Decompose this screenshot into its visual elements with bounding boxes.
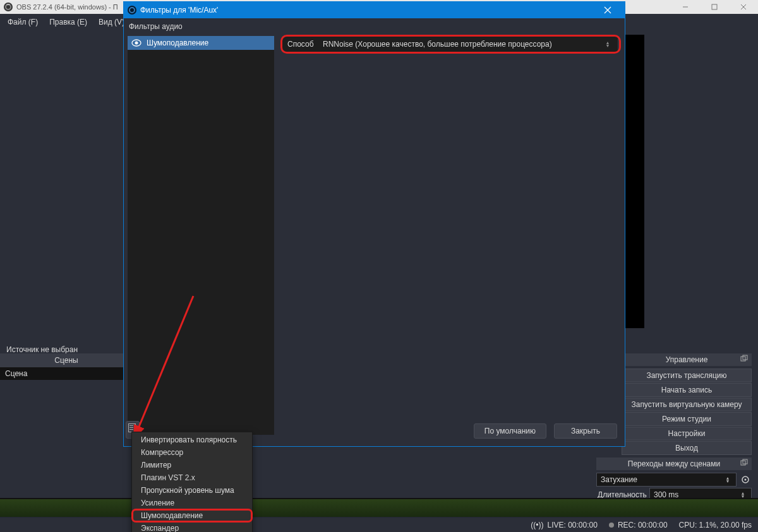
dialog-title: Фильтры для 'Mic/Aux' [140, 6, 594, 15]
start-record-button[interactable]: Начать запись [622, 383, 752, 397]
context-menu-item[interactable]: Шумоподавление [132, 509, 252, 522]
menu-edit[interactable]: Правка (E) [44, 16, 92, 28]
transition-select[interactable]: Затухание ▲▼ [596, 473, 737, 487]
defaults-button[interactable]: По умолчанию [474, 423, 546, 439]
method-dropdown[interactable]: Способ RNNoise (Хорошее качество, больше… [282, 36, 618, 52]
context-menu-item[interactable]: Пропускной уровень шума [132, 484, 252, 497]
start-stream-button[interactable]: Запустить трансляцию [622, 369, 752, 382]
context-menu-item[interactable]: Экспандер [132, 522, 252, 532]
obs-logo-icon [128, 6, 136, 15]
filters-dialog: Фильтры для 'Mic/Aux' Фильтры аудио Шумо… [123, 1, 625, 447]
minimize-button[interactable] [671, 0, 700, 14]
cpu-status: CPU: 1.1%, 20.00 fps [679, 521, 752, 529]
start-vcam-button[interactable]: Запустить виртуальную камеру [622, 398, 752, 411]
popout-icon[interactable] [740, 355, 749, 364]
svg-point-9 [745, 479, 747, 481]
filter-name: Шумоподавление [147, 38, 208, 47]
desktop-background [0, 498, 758, 517]
menu-file[interactable]: Файл (F) [3, 16, 43, 28]
gear-icon[interactable] [739, 473, 752, 486]
exit-button[interactable]: Выход [622, 441, 752, 455]
add-filter-context-menu: Инвертировать полярностьКомпрессорЛимите… [131, 432, 253, 532]
transitions-panel: Переходы между сценами Затухание ▲▼ Длит… [596, 458, 752, 502]
filter-item-selected[interactable]: Шумоподавление [128, 36, 274, 50]
svg-point-13 [135, 42, 138, 45]
transitions-header: Переходы между сценами [628, 459, 720, 468]
settings-button[interactable]: Настройки [622, 427, 752, 440]
context-menu-item[interactable]: Компрессор [132, 446, 252, 459]
statusbar: ((•))LIVE: 00:00:00 REC: 00:00:00 CPU: 1… [0, 517, 758, 532]
obs-logo-icon [4, 3, 13, 11]
svg-rect-1 [712, 4, 717, 9]
dialog-close-button[interactable] [594, 2, 621, 18]
maximize-button[interactable] [700, 0, 729, 14]
scenes-header: Сцены [54, 356, 78, 365]
filter-properties: Способ RNNoise (Хорошее качество, больше… [282, 36, 618, 52]
rec-status: REC: 00:00:00 [618, 521, 668, 529]
scene-item[interactable]: Сцена [0, 367, 133, 380]
eye-icon[interactable] [131, 39, 141, 47]
dialog-titlebar[interactable]: Фильтры для 'Mic/Aux' [124, 2, 625, 18]
popout-icon[interactable] [740, 459, 749, 468]
controls-header: Управление [666, 355, 708, 364]
broadcast-icon: ((•)) [531, 521, 543, 529]
context-menu-item[interactable]: Лимитер [132, 459, 252, 471]
record-dot-icon [609, 523, 614, 528]
spinner-icon: ▲▼ [723, 476, 732, 483]
studio-mode-button[interactable]: Режим студии [622, 412, 752, 426]
controls-panel: Управление Запустить трансляцию Начать з… [622, 353, 752, 456]
method-value: RNNoise (Хорошее качество, большее потре… [323, 40, 601, 49]
chevron-updown-icon: ▲▼ [601, 41, 614, 47]
live-status: LIVE: 00:00:00 [547, 521, 597, 529]
close-button[interactable]: Закрыть [554, 423, 617, 439]
method-label: Способ [282, 40, 323, 49]
filter-list: Шумоподавление [128, 36, 274, 435]
context-menu-item[interactable]: Плагин VST 2.x [132, 471, 252, 484]
audio-filters-label: Фильтры аудио [124, 18, 625, 33]
spinner-icon: ▲▼ [738, 492, 747, 498]
no-source-label: Источник не выбран [6, 345, 78, 354]
scenes-panel: Сцены Сцена ＋ － ∧ ∨ [0, 353, 133, 517]
close-button[interactable] [729, 0, 758, 14]
context-menu-item[interactable]: Усиление [132, 497, 252, 509]
context-menu-item[interactable]: Инвертировать полярность [132, 434, 252, 446]
